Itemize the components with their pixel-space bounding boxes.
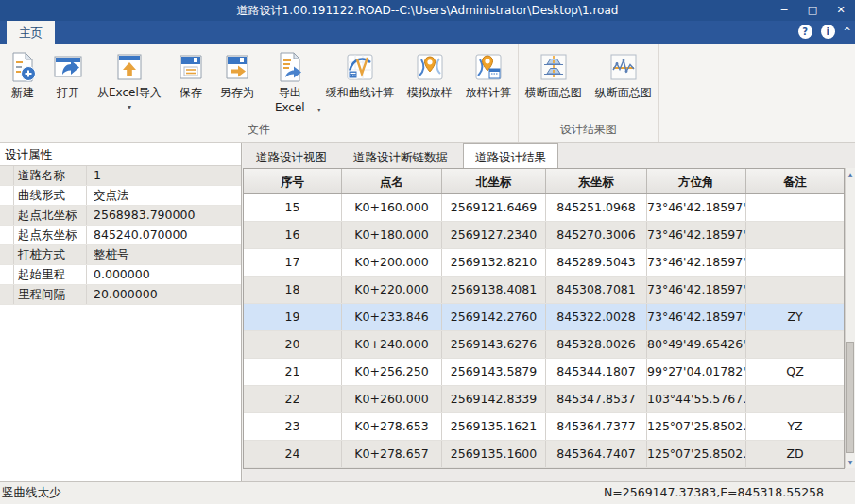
table-cell[interactable] (746, 222, 844, 248)
column-header[interactable]: 北坐标 (442, 169, 546, 193)
table-cell[interactable] (746, 194, 844, 221)
table-cell[interactable]: K0+220.000 (342, 277, 442, 303)
collapse-ribbon-icon[interactable]: ^ (844, 26, 851, 37)
property-row[interactable]: 道路名称 1 (0, 166, 241, 186)
table-cell[interactable]: 73°46'42.18597" (647, 249, 746, 276)
table-cell[interactable]: 845364.7407 (546, 441, 647, 467)
table-row[interactable]: 21 K0+256.250 2569143.5879 845344.1807 9… (244, 359, 844, 386)
property-row[interactable]: 起点北坐标 2568983.790000 (0, 206, 241, 226)
table-cell[interactable]: 845308.7081 (546, 277, 647, 303)
column-header[interactable]: 东坐标 (546, 169, 647, 193)
table-cell[interactable]: 845328.0026 (546, 331, 647, 358)
ribbon-button-new[interactable]: 新建 (0, 44, 45, 101)
table-cell[interactable]: 21 (244, 359, 342, 385)
ribbon-button-profile-chart[interactable]: 纵断面总图 (589, 44, 658, 101)
property-row[interactable]: 起点东坐标 845240.070000 (0, 226, 241, 245)
column-header[interactable]: 点名 (342, 169, 442, 193)
table-cell[interactable]: 18 (244, 277, 342, 303)
table-cell[interactable]: 2569135.1621 (442, 413, 546, 440)
info-icon[interactable]: i (821, 25, 835, 39)
table-cell[interactable]: 73°46'42.18597" (647, 304, 746, 330)
table-cell[interactable]: 16 (244, 222, 342, 248)
table-row[interactable]: 20 K0+240.000 2569143.6276 845328.0026 8… (244, 331, 844, 359)
property-value[interactable]: 845240.070000 (87, 226, 241, 244)
chevron-down-icon[interactable]: ▾ (128, 104, 131, 111)
table-cell[interactable]: 2569132.8210 (442, 249, 546, 276)
ribbon-button-stakeout-calc[interactable]: 放样计算 (459, 44, 518, 101)
table-row[interactable]: 17 K0+200.000 2569132.8210 845289.5043 7… (244, 249, 844, 277)
property-row[interactable]: 曲线形式 交点法 (0, 186, 241, 206)
chevron-down-icon[interactable]: ▾ (317, 107, 321, 114)
table-row[interactable]: 24 K0+278.657 2569135.1600 845364.7407 1… (244, 441, 844, 468)
table-cell[interactable]: ZY (746, 304, 844, 330)
table-cell[interactable]: 845289.5043 (546, 249, 647, 276)
table-cell[interactable]: 2569142.8339 (442, 386, 546, 412)
table-cell[interactable]: K0+200.000 (342, 249, 442, 276)
table-cell[interactable]: 15 (244, 194, 342, 221)
ribbon-button-export-excel[interactable]: 导出Excel▾ (261, 44, 319, 115)
tab-design-results[interactable]: 道路设计结果 (463, 143, 558, 168)
scroll-down-icon[interactable]: ▼ (846, 456, 855, 468)
help-icon[interactable]: ? (798, 25, 812, 39)
column-header[interactable]: 备注 (746, 169, 844, 193)
table-row[interactable]: 22 K0+260.000 2569142.8339 845347.8537 1… (244, 386, 844, 413)
table-cell[interactable]: 2569143.6276 (442, 331, 546, 358)
table-cell[interactable]: 2569138.4081 (442, 277, 546, 303)
table-cell[interactable]: YZ (746, 413, 844, 440)
close-button[interactable]: ✕ (827, 0, 855, 21)
table-cell[interactable]: 17 (244, 249, 342, 276)
property-value[interactable]: 整桩号 (87, 245, 241, 264)
ribbon-button-simulate-stakeout[interactable]: 模拟放样 (401, 44, 459, 101)
ribbon-button-save-as[interactable]: 另存为 (214, 44, 261, 101)
table-cell[interactable]: 2569143.5879 (442, 359, 546, 385)
table-cell[interactable]: K0+180.000 (342, 222, 442, 248)
table-cell[interactable]: 103°44'55.5767... (647, 386, 746, 412)
property-value[interactable]: 2568983.790000 (87, 206, 241, 225)
ribbon-button-open[interactable]: 打开 (45, 44, 91, 101)
table-cell[interactable]: K0+278.653 (342, 413, 442, 440)
tab-home[interactable]: 主页 (7, 21, 55, 44)
table-cell[interactable]: 80°49'49.65426" (647, 331, 746, 358)
table-cell[interactable] (746, 331, 844, 358)
table-cell[interactable]: 23 (244, 413, 342, 440)
table-cell[interactable]: 19 (244, 304, 342, 330)
table-cell[interactable]: 2569142.2760 (442, 304, 546, 330)
table-cell[interactable] (746, 386, 844, 412)
table-cell[interactable]: ZD (746, 441, 844, 467)
table-cell[interactable]: K0+256.250 (342, 359, 442, 385)
table-cell[interactable]: 24 (244, 441, 342, 467)
table-cell[interactable] (746, 249, 844, 276)
column-header[interactable]: 方位角 (647, 169, 746, 193)
table-cell[interactable] (746, 277, 844, 303)
property-row[interactable]: 里程间隔 20.000000 (0, 285, 241, 305)
table-cell[interactable]: 73°46'42.18597" (647, 277, 746, 303)
table-cell[interactable]: 20 (244, 331, 342, 358)
ribbon-button-spiral-curve-calc[interactable]: 缓和曲线计算 (319, 44, 401, 101)
property-value[interactable]: 1 (87, 166, 241, 185)
table-cell[interactable]: K0+260.000 (342, 386, 442, 412)
table-cell[interactable]: 845322.0028 (546, 304, 647, 330)
table-cell[interactable]: K0+160.000 (342, 194, 442, 221)
table-cell[interactable]: 2569127.2340 (442, 222, 546, 248)
table-row[interactable]: 16 K0+180.000 2569127.2340 845270.3006 7… (244, 222, 844, 249)
maximize-button[interactable]: □ (798, 0, 827, 21)
ribbon-button-import-excel[interactable]: 从Excel导入 ▾ (91, 44, 168, 111)
table-cell[interactable]: 2569121.6469 (442, 194, 546, 221)
table-cell[interactable]: 125°07'25.8502... (647, 441, 746, 467)
table-cell[interactable]: 73°46'42.18597" (647, 194, 746, 221)
column-header[interactable]: 序号 (244, 169, 342, 193)
table-cell[interactable]: 73°46'42.18597" (647, 222, 746, 248)
tab-road-design-view[interactable]: 道路设计视图 (245, 146, 338, 168)
table-cell[interactable]: 22 (244, 386, 342, 412)
table-cell[interactable]: 845270.3006 (546, 222, 647, 248)
table-row-selected[interactable]: 19 K0+233.846 2569142.2760 845322.0028 7… (244, 304, 844, 331)
property-value[interactable]: 0.000000 (87, 265, 241, 284)
table-cell[interactable]: 845251.0968 (546, 194, 647, 221)
ribbon-button-cross-section-chart[interactable]: 横断面总图 (519, 44, 589, 101)
table-cell[interactable]: 125°07'25.8502... (647, 413, 746, 440)
scroll-up-icon[interactable]: ▲ (846, 168, 855, 180)
table-row[interactable]: 18 K0+220.000 2569138.4081 845308.7081 7… (244, 277, 844, 304)
table-cell[interactable]: K0+278.657 (342, 441, 442, 467)
table-row[interactable]: 15 K0+160.000 2569121.6469 845251.0968 7… (244, 194, 844, 222)
scrollbar-thumb[interactable] (846, 342, 854, 453)
